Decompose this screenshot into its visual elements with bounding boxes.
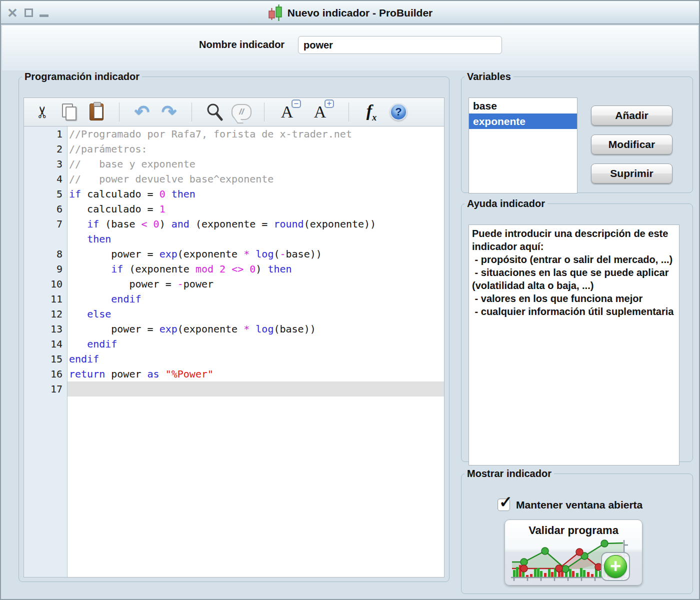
show-indicator-panel: Mostrar indicador ✓ Mantener ventana abi… xyxy=(461,468,693,594)
line-number: 16 xyxy=(24,366,67,382)
add-indicator-badge: + xyxy=(601,552,630,581)
line-number: 5 xyxy=(24,186,67,202)
editor-toolbar: ✂ ↶ ↷ // A− xyxy=(24,98,444,126)
program-panel: Programación indicador ✂ ↶ ↷ // xyxy=(18,71,450,582)
line-number: 8 xyxy=(24,246,67,262)
search-button[interactable] xyxy=(204,100,225,124)
indicator-name-input[interactable] xyxy=(298,36,502,54)
modify-variable-button[interactable]: Modificar xyxy=(591,134,672,154)
code-line[interactable]: return power as "%Power" xyxy=(68,366,444,382)
code-line[interactable]: power = exp(exponente * log(-base)) xyxy=(68,246,444,262)
code-line[interactable]: if (base < 0) and (exponente = round(exp… xyxy=(68,216,444,232)
insert-function-button[interactable]: fx xyxy=(361,100,382,124)
variables-panel: Variables baseexponente Añadir Modificar… xyxy=(461,71,693,193)
line-number: 1 xyxy=(24,126,67,142)
comment-icon: // xyxy=(232,104,252,120)
help-button[interactable]: ? xyxy=(388,100,409,124)
line-number: 3 xyxy=(24,156,67,172)
window-title: Nuevo indicador - ProBuilder xyxy=(288,7,433,19)
cut-button[interactable]: ✂ xyxy=(32,100,53,124)
line-number: 11 xyxy=(24,292,67,306)
help-icon: ? xyxy=(390,104,407,120)
code-line[interactable]: endif xyxy=(68,292,444,306)
help-panel-legend: Ayuda indicador xyxy=(464,198,548,210)
checkmark-icon: ✓ xyxy=(499,492,512,512)
paste-button[interactable] xyxy=(86,100,107,124)
toolbar-divider xyxy=(192,102,192,122)
validate-program-button[interactable]: Validar programa xyxy=(504,520,642,586)
line-number: 10 xyxy=(24,276,67,292)
probuilder-window: ✕ Nuevo indicador - ProBuilder Nombre in… xyxy=(0,0,700,600)
code-line[interactable]: endif xyxy=(68,336,444,352)
variable-list-item[interactable]: base xyxy=(469,98,577,114)
function-icon: fx xyxy=(366,102,376,123)
toolbar-divider xyxy=(348,102,349,122)
redo-icon: ↷ xyxy=(162,103,176,121)
show-indicator-panel-legend: Mostrar indicador xyxy=(464,468,554,480)
copy-button[interactable] xyxy=(59,100,80,124)
undo-button[interactable]: ↶ xyxy=(132,100,152,124)
code-line[interactable]: //Programado por Rafa7, forista de x-tra… xyxy=(68,126,444,142)
help-description-textarea[interactable]: Puede introducir una descripción de este… xyxy=(468,224,680,466)
comment-button[interactable]: // xyxy=(231,100,252,124)
cut-icon: ✂ xyxy=(34,106,50,119)
code-line[interactable]: calculado = 1 xyxy=(68,202,444,216)
code-line-current[interactable] xyxy=(68,382,444,396)
code-line[interactable]: power = -power xyxy=(68,276,444,292)
line-number xyxy=(24,232,67,246)
line-number: 6 xyxy=(24,202,67,216)
line-number: 7 xyxy=(24,216,67,232)
validate-program-label: Validar programa xyxy=(505,524,642,537)
font-increase-button[interactable]: A+ xyxy=(310,100,330,124)
line-number: 14 xyxy=(24,336,67,352)
line-number-gutter: 1234567891011121314151617 xyxy=(24,126,68,577)
candlestick-icon xyxy=(268,4,284,22)
font-decrease-button[interactable]: A− xyxy=(276,100,298,124)
toolbar-divider xyxy=(264,102,264,122)
variables-list[interactable]: baseexponente xyxy=(468,98,578,194)
code-editor[interactable]: 1234567891011121314151617 //Programado p… xyxy=(24,126,444,578)
add-variable-button[interactable]: Añadir xyxy=(591,106,672,126)
redo-button[interactable]: ↷ xyxy=(158,100,180,124)
code-line[interactable]: // power devuelve base^exponente xyxy=(68,172,444,186)
code-line[interactable]: // base y exponente xyxy=(68,156,444,172)
code-line[interactable]: endif xyxy=(68,352,444,366)
line-number: 12 xyxy=(24,306,67,322)
delete-variable-button[interactable]: Suprimir xyxy=(591,164,672,184)
variable-list-item[interactable]: exponente xyxy=(469,114,577,129)
undo-icon: ↶ xyxy=(134,103,150,121)
indicator-name-label: Nombre indicador xyxy=(199,39,284,50)
program-panel-legend: Programación indicador xyxy=(22,71,142,82)
code-line[interactable]: //parámetros: xyxy=(68,142,444,156)
copy-icon xyxy=(62,104,77,120)
help-panel: Ayuda indicador Puede introducir una des… xyxy=(461,198,693,462)
code-line[interactable]: if (exponente mod 2 <> 0) then xyxy=(68,262,444,276)
line-number: 13 xyxy=(24,322,67,336)
font-decrease-icon: A− xyxy=(281,104,294,120)
keep-window-open-checkbox[interactable]: ✓ xyxy=(498,498,510,511)
line-number: 4 xyxy=(24,172,67,186)
code-line[interactable]: else xyxy=(68,306,444,322)
variables-panel-legend: Variables xyxy=(464,71,514,82)
line-number: 9 xyxy=(24,262,67,276)
code-area[interactable]: //Programado por Rafa7, forista de x-tra… xyxy=(68,126,444,577)
code-line[interactable]: power = exp(exponente * log(base)) xyxy=(68,322,444,336)
search-icon xyxy=(206,103,223,121)
code-line[interactable]: then xyxy=(68,232,444,246)
keep-window-open-label: Mantener ventana abierta xyxy=(516,499,642,511)
plus-icon: + xyxy=(604,555,627,578)
code-line[interactable]: if calculado = 0 then xyxy=(68,186,444,202)
font-increase-icon: A+ xyxy=(314,104,326,120)
line-number: 2 xyxy=(24,142,67,156)
toolbar-divider xyxy=(119,102,120,122)
paste-icon xyxy=(90,104,104,120)
line-number: 17 xyxy=(24,382,67,396)
line-number: 15 xyxy=(24,352,67,366)
title-bar: ✕ Nuevo indicador - ProBuilder xyxy=(1,1,699,24)
